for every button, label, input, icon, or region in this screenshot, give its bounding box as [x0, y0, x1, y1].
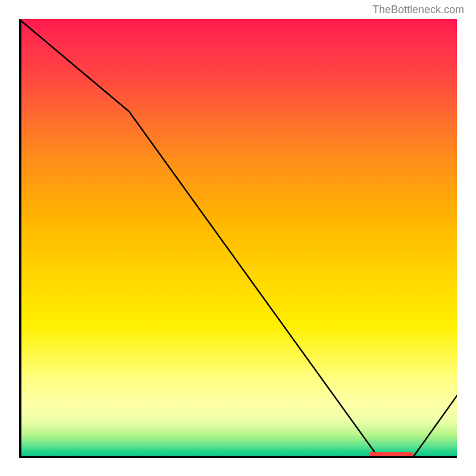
plot-area	[19, 19, 457, 457]
y-axis	[19, 19, 21, 457]
chart-container: TheBottleneck.com	[12, 12, 464, 464]
x-axis	[19, 456, 457, 458]
watermark-text: TheBottleneck.com	[372, 4, 464, 16]
